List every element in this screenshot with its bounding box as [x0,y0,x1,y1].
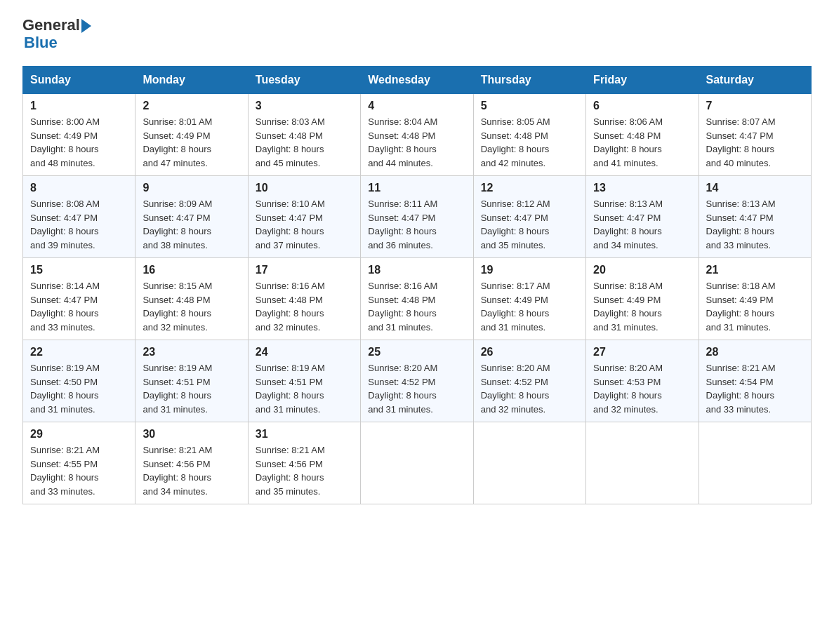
calendar-day-cell [361,422,473,504]
calendar-week-row: 15Sunrise: 8:14 AMSunset: 4:47 PMDayligh… [23,258,812,340]
calendar-day-cell: 29Sunrise: 8:21 AMSunset: 4:55 PMDayligh… [23,422,135,504]
calendar-day-cell: 10Sunrise: 8:10 AMSunset: 4:47 PMDayligh… [248,176,360,258]
calendar-day-cell: 20Sunrise: 8:18 AMSunset: 4:49 PMDayligh… [586,258,699,340]
calendar-day-cell: 8Sunrise: 8:08 AMSunset: 4:47 PMDaylight… [23,176,135,258]
day-number: 31 [256,428,353,441]
day-number: 24 [256,346,353,358]
weekday-header-monday: Monday [135,67,248,94]
calendar-day-cell: 18Sunrise: 8:16 AMSunset: 4:48 PMDayligh… [361,258,473,340]
calendar-week-row: 22Sunrise: 8:19 AMSunset: 4:50 PMDayligh… [23,340,812,422]
day-number: 30 [143,428,240,441]
day-info: Sunrise: 8:21 AMSunset: 4:56 PMDaylight:… [143,443,240,498]
day-info: Sunrise: 8:01 AMSunset: 4:49 PMDaylight:… [143,115,240,170]
calendar-day-cell: 17Sunrise: 8:16 AMSunset: 4:48 PMDayligh… [248,258,360,340]
calendar-day-cell: 1Sunrise: 8:00 AMSunset: 4:49 PMDaylight… [23,94,135,176]
day-number: 11 [368,182,465,194]
day-info: Sunrise: 8:10 AMSunset: 4:47 PMDaylight:… [256,197,353,252]
day-info: Sunrise: 8:21 AMSunset: 4:55 PMDaylight:… [30,443,128,498]
day-info: Sunrise: 8:15 AMSunset: 4:48 PMDaylight:… [143,279,240,334]
day-info: Sunrise: 8:13 AMSunset: 4:47 PMDaylight:… [706,197,804,252]
day-number: 20 [593,264,691,276]
calendar-day-cell: 9Sunrise: 8:09 AMSunset: 4:47 PMDaylight… [135,176,248,258]
day-number: 4 [368,100,465,112]
day-number: 5 [481,100,578,112]
weekday-header-friday: Friday [586,67,699,94]
day-info: Sunrise: 8:14 AMSunset: 4:47 PMDaylight:… [30,279,128,334]
calendar-day-cell: 3Sunrise: 8:03 AMSunset: 4:48 PMDaylight… [248,94,360,176]
day-info: Sunrise: 8:17 AMSunset: 4:49 PMDaylight:… [481,279,578,334]
calendar-day-cell: 12Sunrise: 8:12 AMSunset: 4:47 PMDayligh… [473,176,585,258]
calendar-day-cell: 16Sunrise: 8:15 AMSunset: 4:48 PMDayligh… [135,258,248,340]
weekday-header-wednesday: Wednesday [361,67,473,94]
weekday-header-row: SundayMondayTuesdayWednesdayThursdayFrid… [23,67,812,94]
weekday-header-tuesday: Tuesday [248,67,360,94]
day-number: 9 [143,182,240,194]
day-info: Sunrise: 8:18 AMSunset: 4:49 PMDaylight:… [593,279,691,334]
day-info: Sunrise: 8:00 AMSunset: 4:49 PMDaylight:… [30,115,128,170]
calendar-day-cell: 15Sunrise: 8:14 AMSunset: 4:47 PMDayligh… [23,258,135,340]
day-number: 1 [30,100,128,112]
day-number: 28 [706,346,804,358]
logo-blue-label: Blue [24,34,58,52]
day-number: 23 [143,346,240,358]
day-info: Sunrise: 8:20 AMSunset: 4:53 PMDaylight:… [593,361,691,416]
calendar-day-cell: 24Sunrise: 8:19 AMSunset: 4:51 PMDayligh… [248,340,360,422]
calendar-week-row: 8Sunrise: 8:08 AMSunset: 4:47 PMDaylight… [23,176,812,258]
calendar-day-cell: 4Sunrise: 8:04 AMSunset: 4:48 PMDaylight… [361,94,473,176]
calendar-day-cell: 2Sunrise: 8:01 AMSunset: 4:49 PMDaylight… [135,94,248,176]
day-number: 6 [593,100,691,112]
calendar-day-cell: 25Sunrise: 8:20 AMSunset: 4:52 PMDayligh… [361,340,473,422]
calendar-day-cell [699,422,811,504]
day-info: Sunrise: 8:06 AMSunset: 4:48 PMDaylight:… [593,115,691,170]
calendar-day-cell: 31Sunrise: 8:21 AMSunset: 4:56 PMDayligh… [248,422,360,504]
calendar-day-cell: 7Sunrise: 8:07 AMSunset: 4:47 PMDaylight… [699,94,811,176]
day-number: 19 [481,264,578,276]
calendar-day-cell: 30Sunrise: 8:21 AMSunset: 4:56 PMDayligh… [135,422,248,504]
calendar-table: SundayMondayTuesdayWednesdayThursdayFrid… [22,66,812,504]
day-info: Sunrise: 8:07 AMSunset: 4:47 PMDaylight:… [706,115,804,170]
day-number: 25 [368,346,465,358]
calendar-day-cell: 14Sunrise: 8:13 AMSunset: 4:47 PMDayligh… [699,176,811,258]
day-info: Sunrise: 8:03 AMSunset: 4:48 PMDaylight:… [256,115,353,170]
day-number: 16 [143,264,240,276]
day-number: 27 [593,346,691,358]
day-info: Sunrise: 8:08 AMSunset: 4:47 PMDaylight:… [30,197,128,252]
calendar-day-cell: 13Sunrise: 8:13 AMSunset: 4:47 PMDayligh… [586,176,699,258]
calendar-day-cell: 26Sunrise: 8:20 AMSunset: 4:52 PMDayligh… [473,340,585,422]
calendar-day-cell [473,422,585,504]
day-info: Sunrise: 8:12 AMSunset: 4:47 PMDaylight:… [481,197,578,252]
day-info: Sunrise: 8:16 AMSunset: 4:48 PMDaylight:… [368,279,465,334]
day-info: Sunrise: 8:16 AMSunset: 4:48 PMDaylight:… [256,279,353,334]
day-info: Sunrise: 8:13 AMSunset: 4:47 PMDaylight:… [593,197,691,252]
day-info: Sunrise: 8:21 AMSunset: 4:56 PMDaylight:… [256,443,353,498]
calendar-day-cell: 19Sunrise: 8:17 AMSunset: 4:49 PMDayligh… [473,258,585,340]
day-number: 13 [593,182,691,194]
day-number: 14 [706,182,804,194]
logo-arrow-icon [81,19,91,33]
day-number: 2 [143,100,240,112]
day-number: 8 [30,182,128,194]
day-info: Sunrise: 8:18 AMSunset: 4:49 PMDaylight:… [706,279,804,334]
calendar-day-cell [586,422,699,504]
calendar-day-cell: 6Sunrise: 8:06 AMSunset: 4:48 PMDaylight… [586,94,699,176]
logo-text: General [22,17,80,34]
day-number: 29 [30,428,128,441]
day-number: 10 [256,182,353,194]
day-number: 21 [706,264,804,276]
day-number: 17 [256,264,353,276]
calendar-day-cell: 23Sunrise: 8:19 AMSunset: 4:51 PMDayligh… [135,340,248,422]
weekday-header-sunday: Sunday [23,67,135,94]
calendar-day-cell: 21Sunrise: 8:18 AMSunset: 4:49 PMDayligh… [699,258,811,340]
day-info: Sunrise: 8:05 AMSunset: 4:48 PMDaylight:… [481,115,578,170]
day-number: 18 [368,264,465,276]
day-number: 26 [481,346,578,358]
logo: General Blue [22,17,91,52]
day-info: Sunrise: 8:20 AMSunset: 4:52 PMDaylight:… [481,361,578,416]
day-info: Sunrise: 8:11 AMSunset: 4:47 PMDaylight:… [368,197,465,252]
day-number: 15 [30,264,128,276]
day-info: Sunrise: 8:20 AMSunset: 4:52 PMDaylight:… [368,361,465,416]
calendar-day-cell: 22Sunrise: 8:19 AMSunset: 4:50 PMDayligh… [23,340,135,422]
day-info: Sunrise: 8:19 AMSunset: 4:50 PMDaylight:… [30,361,128,416]
calendar-day-cell: 27Sunrise: 8:20 AMSunset: 4:53 PMDayligh… [586,340,699,422]
weekday-header-thursday: Thursday [473,67,585,94]
